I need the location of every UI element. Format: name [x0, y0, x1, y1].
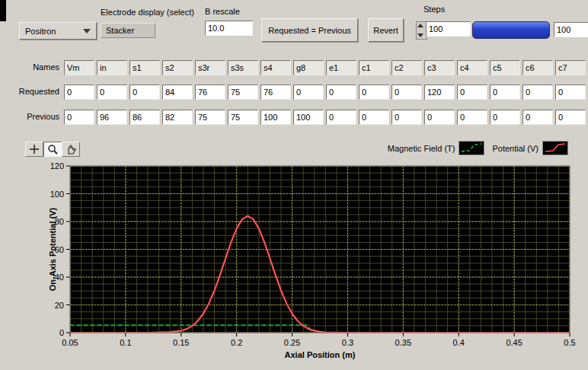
table-cell[interactable]: 0 [326, 85, 356, 100]
table-cell: c2 [391, 60, 422, 75]
table-cell[interactable]: 75 [228, 85, 258, 100]
table-cell: 0 [391, 110, 422, 125]
table-cell: s3r [195, 60, 225, 75]
table-cell[interactable]: 0 [293, 85, 324, 100]
legend-label: Potential (V) [492, 144, 538, 153]
magnifier-icon [47, 144, 58, 155]
x-tick-label: 0.05 [62, 338, 78, 347]
table-cell: 0 [522, 110, 553, 125]
progress-display[interactable]: 100 [554, 22, 588, 37]
table-cell[interactable]: 0 [64, 85, 94, 100]
table-cell: c3 [424, 60, 455, 75]
crosshair-icon [29, 144, 40, 155]
table-cell: c7 [555, 60, 586, 75]
y-tick-label: 0 [59, 328, 64, 337]
table-cell: 0 [555, 110, 586, 125]
table-cell: 96 [97, 110, 127, 125]
table-cell: g8 [293, 60, 324, 75]
table-cell: c1 [359, 60, 389, 75]
y-tick-label: 100 [50, 190, 64, 199]
table-cell: Vm [64, 60, 94, 75]
y-tick-label: 120 [50, 161, 64, 171]
table-cell: 0 [64, 110, 94, 125]
steps-input[interactable]: 100 [426, 21, 471, 37]
spinner-down-icon[interactable] [417, 33, 423, 37]
legend-entry[interactable]: Potential (V) [492, 141, 568, 155]
table-cell[interactable]: 0 [359, 85, 389, 100]
pan-tool-button[interactable] [62, 142, 80, 157]
table-cell: 75 [228, 110, 258, 125]
table-cell[interactable]: 76 [195, 85, 225, 100]
table-cell[interactable]: 0 [522, 85, 553, 100]
steps-value: 100 [429, 24, 443, 33]
table-cell: 0 [326, 110, 356, 125]
b-rescale-value: 10.0 [208, 24, 224, 33]
table-row-label-names: Names [2, 62, 59, 72]
b-rescale-label: B rescale [205, 7, 240, 16]
table-cell[interactable]: 84 [162, 85, 193, 100]
table-cell: 100 [293, 110, 324, 125]
table-cell: 100 [260, 110, 291, 125]
electrode-display-label: Electrode display (select) [101, 8, 194, 17]
table-cell[interactable]: 76 [260, 85, 291, 100]
x-tick-label: 0.35 [395, 338, 411, 347]
table-cell: 82 [162, 110, 193, 125]
table-cell: s1 [129, 60, 160, 75]
table-row-label-requested: Requested [2, 87, 59, 96]
revert-button[interactable]: Revert [368, 18, 404, 42]
x-tick-label: 0.3 [342, 338, 353, 347]
x-tick-label: 0.5 [564, 338, 575, 347]
device-select-dropdown[interactable]: Positron [19, 22, 97, 40]
table-cell: c5 [490, 60, 520, 75]
labview-front-panel: Positron Electrode display (select) Stac… [0, 0, 588, 370]
legend-line-sample [542, 141, 568, 155]
table-cell: 0 [490, 110, 520, 125]
table-cell: in [97, 60, 127, 75]
x-tick-label: 0.15 [173, 338, 189, 347]
potential-chart[interactable]: 0204060801001200.050.10.150.20.250.30.35… [46, 160, 588, 370]
y-tick-label: 20 [55, 301, 64, 310]
table-row-names: Vmins1s2s3rs3ss4g8e1c1c2c3c4c5c6c7c8c9 [64, 60, 588, 75]
table-cell: s3s [228, 60, 258, 75]
x-tick-label: 0.45 [506, 338, 522, 347]
legend-label: Magnetic Field (T) [388, 144, 455, 153]
x-tick-label: 0.4 [453, 338, 465, 347]
progress-display-value: 100 [557, 25, 570, 34]
table-cell: c6 [522, 60, 553, 75]
x-tick-label: 0.2 [231, 338, 242, 347]
x-axis-title: Axial Position (m) [285, 350, 356, 359]
requested-equals-previous-button[interactable]: Requested = Previous [261, 18, 358, 42]
legend-line-sample [459, 141, 484, 155]
table-cell[interactable]: 0 [555, 85, 586, 100]
table-cell[interactable]: 0 [490, 85, 520, 100]
table-cell[interactable]: 0 [97, 85, 127, 100]
table-cell: 0 [424, 110, 455, 125]
table-cell[interactable]: 120 [424, 85, 455, 100]
x-tick-label: 0.25 [284, 338, 300, 347]
cursor-tool-button[interactable] [25, 142, 43, 157]
electrode-display-select[interactable]: Stacker [101, 23, 155, 38]
b-rescale-input[interactable]: 10.0 [205, 21, 253, 36]
plot-legend: Magnetic Field (T)Potential (V) [388, 141, 568, 155]
table-cell: 0 [457, 110, 487, 125]
chevron-down-icon [83, 29, 91, 33]
table-row-previous: 096868275751001000000000000 [64, 110, 588, 125]
table-row-label-previous: Previous [2, 112, 59, 121]
table-cell: 86 [129, 110, 160, 125]
table-cell[interactable]: 0 [129, 85, 160, 100]
spinner-up-icon[interactable] [417, 24, 423, 27]
table-cell: 75 [195, 110, 225, 125]
table-cell: 0 [359, 110, 389, 125]
table-cell[interactable]: 0 [391, 85, 422, 100]
table-cell[interactable]: 0 [457, 85, 487, 100]
hand-icon [66, 144, 76, 155]
electrode-display-value: Stacker [106, 26, 134, 35]
table-cell: s4 [260, 60, 291, 75]
zoom-tool-button[interactable] [43, 142, 62, 157]
table-cell: e1 [326, 60, 356, 75]
window-edge-strip [0, 0, 6, 21]
device-select-value: Positron [25, 27, 56, 36]
legend-entry[interactable]: Magnetic Field (T) [388, 141, 485, 155]
x-tick-label: 0.1 [120, 338, 131, 347]
steps-label: Steps [423, 5, 445, 14]
